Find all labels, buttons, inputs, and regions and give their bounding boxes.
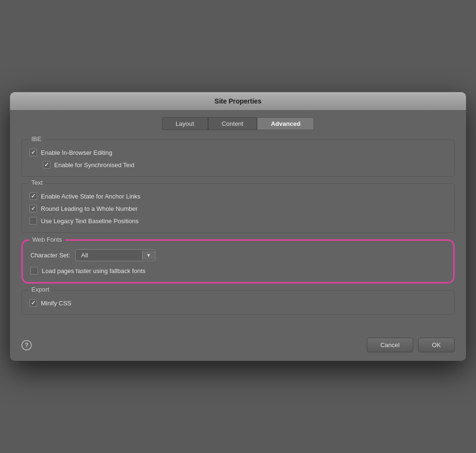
checkbox-legacy-text[interactable] <box>29 217 37 225</box>
checkbox-enable-anchor[interactable] <box>29 192 37 200</box>
option-load-faster: Load pages faster using fallback fonts <box>30 267 446 274</box>
tab-layout[interactable]: Layout <box>162 117 208 130</box>
section-text: Text Enable Active State for Anchor Link… <box>21 183 455 233</box>
text-options: Enable Active State for Anchor Links Rou… <box>29 192 447 225</box>
title-bar: Site Properties <box>10 92 466 111</box>
content-area: IBE Enable In-Browser Editing Enable for… <box>10 135 466 331</box>
tab-advanced[interactable]: Advanced <box>257 117 314 130</box>
cancel-button[interactable]: Cancel <box>367 338 413 352</box>
label-enable-ibe: Enable In-Browser Editing <box>41 149 112 156</box>
option-round-leading: Round Leading to a Whole Number <box>29 205 447 212</box>
option-legacy-text: Use Legacy Text Baseline Positions <box>29 217 447 225</box>
label-minify-css: Minify CSS <box>41 300 71 307</box>
checkbox-minify-css[interactable] <box>29 299 37 307</box>
ok-button[interactable]: OK <box>418 338 455 352</box>
label-legacy-text: Use Legacy Text Baseline Positions <box>41 217 139 225</box>
tab-content[interactable]: Content <box>208 117 257 130</box>
webfonts-options: Character Set: All Load pages faster usi… <box>30 249 446 274</box>
label-enable-anchor: Enable Active State for Anchor Links <box>41 193 141 200</box>
character-set-select[interactable]: All <box>75 249 155 261</box>
option-enable-sync-text: Enable for Synchronised Text <box>43 161 447 169</box>
label-round-leading: Round Leading to a Whole Number <box>41 205 138 212</box>
section-ibe-label: IBE <box>29 135 44 142</box>
select-arrow-icon[interactable] <box>142 251 155 260</box>
label-enable-sync-text: Enable for Synchronised Text <box>54 161 134 169</box>
checkbox-enable-ibe[interactable] <box>29 149 37 156</box>
character-set-value: All <box>76 250 142 261</box>
footer: ? Cancel OK <box>10 331 466 361</box>
character-set-label: Character Set: <box>30 252 70 259</box>
site-properties-dialog: Site Properties Layout Content Advanced … <box>10 92 466 361</box>
section-text-label: Text <box>29 179 46 186</box>
option-enable-anchor: Enable Active State for Anchor Links <box>29 192 447 200</box>
section-webfonts-label: Web Fonts <box>29 236 65 243</box>
section-ibe: IBE Enable In-Browser Editing Enable for… <box>21 140 455 177</box>
checkbox-load-faster[interactable] <box>30 267 38 274</box>
dialog-title: Site Properties <box>215 97 262 105</box>
character-set-row: Character Set: All <box>30 249 446 261</box>
label-load-faster: Load pages faster using fallback fonts <box>42 267 145 274</box>
ibe-options: Enable In-Browser Editing Enable for Syn… <box>29 149 447 169</box>
section-export: Export Minify CSS <box>21 290 455 315</box>
option-enable-ibe: Enable In-Browser Editing <box>29 149 447 156</box>
footer-buttons: Cancel OK <box>367 338 455 352</box>
checkbox-round-leading[interactable] <box>29 205 37 212</box>
section-export-label: Export <box>29 286 52 293</box>
help-button[interactable]: ? <box>21 340 32 350</box>
export-options: Minify CSS <box>29 299 447 307</box>
tabs-bar: Layout Content Advanced <box>10 111 466 135</box>
checkbox-enable-sync-text[interactable] <box>43 161 50 169</box>
option-minify-css: Minify CSS <box>29 299 447 307</box>
section-webfonts: Web Fonts Character Set: All Load pages … <box>21 239 455 283</box>
